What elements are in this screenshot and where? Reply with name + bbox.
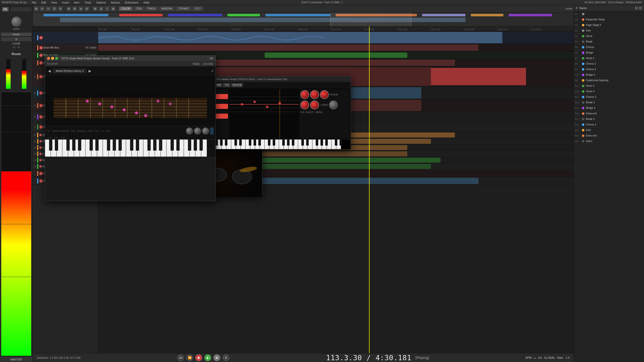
strings-red-knob-3[interactable] xyxy=(320,90,329,99)
track-mute-ampl[interactable]: ● xyxy=(39,91,43,95)
ame-plugin-titlebar[interactable]: VST3i: Ample Metal Eclipse (Ample Sound)… xyxy=(45,56,216,61)
toolbar-btn-1[interactable]: ⊞ xyxy=(34,6,39,11)
clip-drum[interactable] xyxy=(98,44,478,51)
ame-knob-3[interactable] xyxy=(202,127,209,134)
strings-red-knob-1[interactable] xyxy=(300,90,309,99)
transport-play[interactable]: ▶ xyxy=(204,354,211,361)
track-mute-serum1[interactable]: ● xyxy=(39,159,42,161)
menu-track[interactable]: Track xyxy=(84,1,92,5)
marker-item-2[interactable]: M1 Kage Stage 5 xyxy=(574,22,644,28)
mini-map[interactable] xyxy=(33,13,574,26)
lane-drum[interactable] xyxy=(98,44,574,52)
marker-item-21[interactable]: R19 Solo xyxy=(574,127,644,133)
strings-btn-play[interactable]: 调整 xyxy=(215,83,222,87)
toolbar-btn-6[interactable]: ⊕ xyxy=(66,6,71,11)
marker-item-11[interactable]: R10 Bridge 2 xyxy=(574,72,644,78)
marker-item-1[interactable]: M2 Parametre Setup xyxy=(574,17,644,22)
route-label[interactable]: Route xyxy=(0,51,32,57)
track-route-drum[interactable]: Route xyxy=(90,46,97,49)
ame-prev-btn[interactable]: ◀ xyxy=(47,68,52,74)
master-knob[interactable] xyxy=(11,17,21,27)
menu-actions[interactable]: Actions xyxy=(110,1,121,5)
clip-1[interactable] xyxy=(98,32,502,43)
marker-item-5[interactable]: R4 Break xyxy=(574,39,644,44)
track-mute-pulse2[interactable]: ● xyxy=(39,140,42,143)
menu-item[interactable]: Item xyxy=(73,1,80,5)
menu-view[interactable]: View xyxy=(50,1,58,5)
toolbar-btn-5[interactable]: ⟳ xyxy=(58,6,63,11)
track-mute-pulse1[interactable]: ● xyxy=(39,134,42,136)
track-mute-rise[interactable]: ● xyxy=(39,54,43,57)
strings-plugin-window[interactable]: VST3i: Heavier Strings (TBTECH) (64ch) -… xyxy=(197,76,351,149)
marker-item-9[interactable]: R8 Chorus 2 xyxy=(574,61,644,67)
transport-record[interactable]: ⏺ xyxy=(195,354,202,361)
track-mute-ame[interactable]: ● xyxy=(39,104,43,107)
right-panel-btn1[interactable] xyxy=(635,7,638,10)
heav-special-clip[interactable] xyxy=(431,68,526,85)
marker-item-7[interactable]: R6 Bridge xyxy=(574,50,644,56)
toolbar-btn-12[interactable]: ↕ xyxy=(105,6,110,11)
track-mute-drum[interactable]: ● xyxy=(39,46,43,50)
s-button[interactable]: S xyxy=(1,37,31,41)
strings-btn-stop[interactable]: 下弦 xyxy=(223,83,230,87)
strings-piano[interactable] xyxy=(198,139,351,149)
menu-options[interactable]: Options xyxy=(95,1,107,5)
marker-item-12[interactable]: M3 Calderonia Opening xyxy=(574,78,644,83)
menu-insert[interactable]: Insert xyxy=(61,1,70,5)
lane-1[interactable] xyxy=(98,31,574,44)
marker-item-8[interactable]: R7 Verse 2 xyxy=(574,56,644,61)
menu-file[interactable]: File xyxy=(31,1,37,5)
marker-item-17[interactable]: R15 Bridge 3 xyxy=(574,105,644,111)
tab-color[interactable]: COLOR xyxy=(119,7,133,11)
marker-item-14[interactable]: R12 Verse 4 xyxy=(574,89,644,94)
strings-gray-knob-1[interactable] xyxy=(329,101,338,109)
track-mute-reverb[interactable]: ● xyxy=(39,179,43,183)
marker-item-18[interactable]: R16 Extra end xyxy=(574,111,644,116)
strings-red-knob-2[interactable] xyxy=(310,90,319,99)
bpm-value[interactable]: — xyxy=(534,355,536,360)
toolbar-btn-2[interactable]: ✏ xyxy=(40,6,45,11)
track-mute-synth[interactable]: ● xyxy=(39,125,43,129)
ame-patch-name[interactable]: Metal Rhythm-Henry 3 xyxy=(53,68,87,73)
tab-track[interactable]: TRACK xyxy=(145,7,158,11)
transport-stop[interactable]: ⏹ xyxy=(213,354,220,361)
mini-map-viewport[interactable] xyxy=(330,13,412,26)
transport-go-start[interactable]: ⏮ xyxy=(177,354,184,361)
marker-item-23[interactable]: R21 Outro xyxy=(574,139,644,144)
ame-ui-btn[interactable]: UI xyxy=(209,57,214,60)
marker-item-16[interactable]: R14 Break 3 xyxy=(574,100,644,105)
track-mute-serum2[interactable]: ● xyxy=(39,165,42,168)
toolbar-btn-4[interactable]: ⊡ xyxy=(52,6,57,11)
track-header-drum[interactable]: ● Drum Mix Bus FX Route xyxy=(33,44,98,52)
marker-item-4[interactable]: R3 Verse xyxy=(574,33,644,39)
ame-minimize-btn[interactable] xyxy=(51,57,54,60)
ame-knob-2[interactable] xyxy=(194,127,201,134)
ame-next-btn[interactable]: ▶ xyxy=(88,68,92,74)
toolbar-btn-13[interactable]: ⊞ xyxy=(111,6,116,11)
marker-item-19[interactable]: R17 Break 3 xyxy=(574,116,644,122)
marker-list[interactable]: R1 M2 Parametre Setup M1 Kage Stage 5 R2… xyxy=(574,11,644,362)
track-mute-pulse3[interactable]: ● xyxy=(39,146,42,149)
marker-item-13[interactable]: R11 Verse 3 xyxy=(574,83,644,89)
marker-item-20[interactable]: R18 Chorus 4 xyxy=(574,122,644,127)
track-header-1[interactable]: 1 ● xyxy=(33,31,98,44)
tab-window[interactable]: WINDOW xyxy=(159,7,175,11)
ame-vertical-fader[interactable] xyxy=(210,127,214,134)
mono-button[interactable]: MONO xyxy=(1,33,31,36)
marker-item-15[interactable]: R13 Chorus 3 xyxy=(574,94,644,100)
right-panel-btn2[interactable] xyxy=(639,7,642,10)
toolbar-btn-9[interactable]: ⊘ xyxy=(84,6,89,11)
menu-edit[interactable]: Edit xyxy=(40,1,47,5)
track-mute-sends[interactable]: ● xyxy=(39,172,43,175)
track-mute-heav[interactable]: ● xyxy=(39,75,43,78)
marker-item-3[interactable]: R2 Intro xyxy=(574,28,644,33)
toolbar-btn-8[interactable]: ⊖ xyxy=(78,6,83,11)
marker-item-10[interactable]: R9 Chorus 2 xyxy=(574,67,644,72)
transport-back[interactable]: ⏪ xyxy=(186,354,193,361)
ame-param-btn[interactable]: Param xyxy=(192,62,201,65)
strings-btn-loop[interactable]: 闭弦音量 xyxy=(231,83,243,87)
ame-knob-1[interactable] xyxy=(186,127,193,134)
transport-pause[interactable]: ⏸ xyxy=(222,354,229,361)
ame-close-btn[interactable] xyxy=(47,57,50,60)
ame-maximize-btn[interactable] xyxy=(55,57,58,60)
